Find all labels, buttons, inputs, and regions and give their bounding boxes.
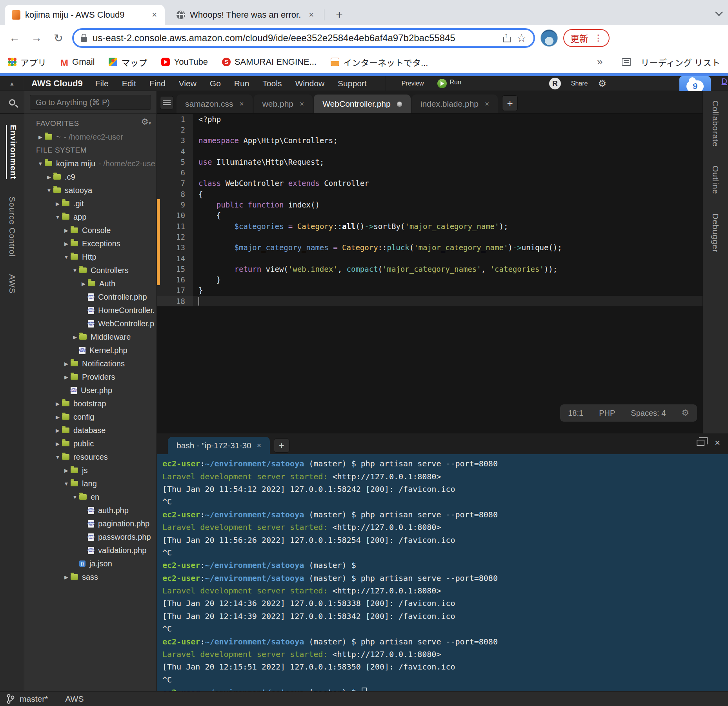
chevron-right-icon[interactable]: ▶	[62, 241, 71, 247]
bookmark-item[interactable]: アプリ	[8, 56, 46, 68]
gutter-cell[interactable]: 2	[157, 124, 193, 135]
tree-item[interactable]: ▼Controllers	[24, 264, 157, 277]
sidebar-tab-environment[interactable]: Environment	[6, 125, 18, 179]
tree-item[interactable]: ▶Notifications	[24, 357, 157, 370]
chevron-right-icon[interactable]: ▶	[62, 374, 71, 380]
tree-item[interactable]: phpUser.php	[24, 384, 157, 397]
bookmark-item[interactable]: マップ	[109, 56, 147, 68]
terminal-output[interactable]: ec2-user:~/environment/satooya (master) …	[157, 454, 728, 691]
tree-item[interactable]: phpHomeController.	[24, 304, 157, 317]
tree-item[interactable]: ▶.c9	[24, 170, 157, 184]
chevron-right-icon[interactable]: ▶	[36, 134, 45, 140]
menu-view[interactable]: View	[179, 79, 197, 88]
chevron-right-icon[interactable]: ▶	[53, 441, 62, 447]
gutter-cell[interactable]: 4	[157, 146, 193, 156]
menu-go[interactable]: Go	[210, 79, 221, 88]
chevron-down-icon[interactable]: ▼	[53, 454, 62, 460]
panel-tab-outline[interactable]: Outline	[711, 166, 720, 195]
tab-search-chevron-icon[interactable]	[715, 8, 723, 16]
chrome-update-button[interactable]: 更新 ⋮	[563, 29, 610, 47]
chrome-menu-icon[interactable]: ⋮	[594, 33, 602, 43]
tab-close-icon[interactable]: ×	[151, 10, 158, 20]
chevron-right-icon[interactable]: ▶	[53, 201, 62, 207]
tree-item[interactable]: phppasswords.php	[24, 530, 157, 544]
new-tab-button[interactable]: +	[331, 7, 347, 23]
tree-item[interactable]: ▶bootstrap	[24, 397, 157, 410]
menu-run[interactable]: Run	[234, 79, 249, 88]
menu-find[interactable]: Find	[149, 79, 166, 88]
chevron-down-icon[interactable]: ▼	[62, 481, 71, 487]
tree-item[interactable]: ▶.git	[24, 197, 157, 210]
bookmark-item[interactable]: インターネットでタ...	[331, 56, 428, 68]
chevron-down-icon[interactable]: ▼	[36, 161, 45, 167]
tree-item[interactable]: ▶Exceptions	[24, 237, 157, 250]
chevron-down-icon[interactable]: ▼	[53, 214, 62, 220]
chevron-down-icon[interactable]: ▼	[45, 187, 53, 193]
tree-item[interactable]: ▶Auth	[24, 277, 157, 290]
gutter-cell[interactable]: 13	[157, 242, 193, 253]
aws-statusbar-item[interactable]: AWS	[65, 694, 84, 704]
tree-item[interactable]: ▶database	[24, 424, 157, 437]
tree-item[interactable]: phpKernel.php	[24, 344, 157, 357]
chevron-down-icon[interactable]: ▼	[71, 494, 79, 500]
browser-tab[interactable]: Whoops! There was an error.×	[169, 5, 322, 25]
browser-tab[interactable]: kojima miju - AWS Cloud9×	[5, 5, 165, 25]
reload-button[interactable]: ↻	[50, 30, 67, 46]
reading-list-label[interactable]: リーディング リスト	[641, 56, 720, 68]
bookmark-item[interactable]: YouTube	[161, 57, 207, 67]
menu-support[interactable]: Support	[338, 79, 367, 88]
reading-list-icon[interactable]	[622, 58, 631, 66]
tree-item[interactable]: ▶Middleware	[24, 330, 157, 344]
tree-item[interactable]: ▶public	[24, 437, 157, 450]
chevron-right-icon[interactable]: ▶	[79, 281, 88, 287]
editor-tab-index.blade.php[interactable]: index.blade.php×	[412, 95, 498, 113]
cursor-position[interactable]: 18:1	[568, 409, 583, 418]
editor-tab-WebController.php[interactable]: WebController.php	[314, 95, 411, 113]
editor-tab-close-icon[interactable]: ×	[485, 100, 489, 108]
chevron-right-icon[interactable]: ▶	[53, 428, 62, 433]
chevron-right-icon[interactable]: ▶	[62, 361, 71, 367]
chevron-right-icon[interactable]: ▶	[53, 401, 62, 407]
tree-item[interactable]: phpWebController.p	[24, 317, 157, 330]
chevron-right-icon[interactable]: ▶	[62, 574, 71, 580]
tree-item[interactable]: ▶js	[24, 464, 157, 477]
gutter-cell[interactable]: 12	[157, 231, 193, 242]
panel-tab-debugger[interactable]: Debugger	[711, 213, 720, 253]
editor-tab-samazon.css[interactable]: samazon.css×	[177, 95, 253, 113]
tab-list-icon[interactable]	[160, 96, 173, 109]
editor-status-widget[interactable]: 18:1 PHP Spaces: 4 ⚙	[560, 404, 697, 422]
tree-item[interactable]: ▼en	[24, 490, 157, 504]
tree-item[interactable]: ▶Providers	[24, 370, 157, 384]
bookmark-star-icon[interactable]: ☆	[517, 32, 526, 45]
chevron-right-icon[interactable]: ▶	[71, 334, 79, 340]
editor-tab-close-icon[interactable]: ×	[240, 100, 244, 108]
indent-setting[interactable]: Spaces: 4	[631, 409, 666, 418]
panel-tab-collaborate[interactable]: Collaborate	[711, 100, 720, 147]
preview-menu[interactable]: Preview	[402, 80, 424, 87]
gutter-cell[interactable]: 5	[157, 156, 193, 167]
git-branch-widget[interactable]: master*	[6, 694, 48, 704]
gutter-cell[interactable]: 11	[157, 221, 193, 231]
gutter-cell[interactable]: 10	[157, 210, 193, 221]
gutter-cell[interactable]: 3	[157, 135, 193, 146]
chevron-down-icon[interactable]: ▼	[62, 254, 71, 260]
user-avatar[interactable]: R	[549, 78, 561, 89]
gutter-cell[interactable]: 18	[157, 296, 193, 306]
chevron-down-icon[interactable]: ▼	[71, 267, 79, 273]
back-button[interactable]: ←	[6, 30, 23, 46]
tree-item[interactable]: phpauth.php	[24, 504, 157, 517]
gutter-cell[interactable]: 1	[157, 114, 193, 124]
new-editor-tab-button[interactable]: +	[502, 95, 518, 111]
terminal-tab-close-icon[interactable]: ×	[257, 441, 261, 450]
gutter-cell[interactable]: 17	[157, 285, 193, 296]
settings-gear-icon[interactable]: ⚙	[598, 79, 606, 88]
chevron-right-icon[interactable]: ▶	[62, 468, 71, 473]
tree-item[interactable]: ▼resources	[24, 450, 157, 464]
tab-close-icon[interactable]: ×	[308, 10, 315, 20]
tree-item[interactable]: ▶config	[24, 410, 157, 424]
run-button[interactable]: Run	[437, 79, 461, 88]
sidebar-tab-source-control[interactable]: Source Control	[7, 197, 17, 257]
menu-tools[interactable]: Tools	[262, 79, 282, 88]
tree-item[interactable]: ▼Http	[24, 250, 157, 264]
tree-item[interactable]: {}ja.json	[24, 557, 157, 570]
